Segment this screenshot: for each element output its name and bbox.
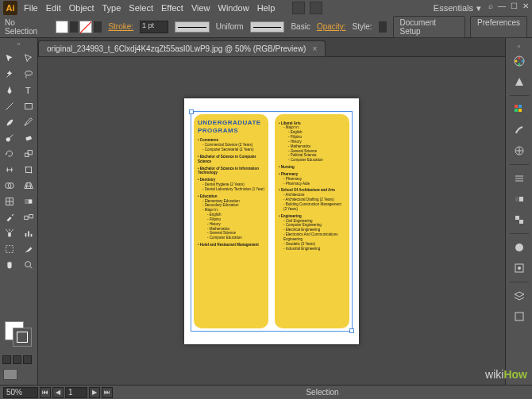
swatches-panel-icon[interactable] [511, 101, 528, 118]
shape-builder-tool[interactable] [0, 178, 19, 194]
transparency-panel-icon[interactable] [511, 211, 528, 228]
stroke-profile[interactable] [175, 21, 210, 33]
artboard-tool[interactable] [0, 241, 19, 257]
svg-rect-31 [519, 105, 522, 108]
minimize-icon[interactable]: — [498, 2, 506, 10]
stroke-swatch[interactable] [79, 21, 92, 33]
document-setup-button[interactable]: Document Setup [393, 16, 466, 38]
blend-tool[interactable] [19, 209, 38, 225]
layout-icon[interactable] [310, 2, 322, 14]
gradient-panel-icon[interactable] [511, 190, 528, 208]
color-panel-icon[interactable] [511, 52, 528, 70]
hand-tool[interactable] [0, 257, 19, 273]
next-page-button[interactable]: ▶ [89, 387, 100, 398]
collapse-icon[interactable]: » [17, 40, 20, 47]
symbol-sprayer-tool[interactable] [0, 225, 19, 241]
line-segment-tool[interactable] [0, 98, 19, 114]
rectangle-tool[interactable] [19, 98, 38, 114]
symbols-panel-icon[interactable] [511, 142, 528, 159]
none-mode[interactable] [23, 355, 32, 364]
gradient-mode[interactable] [13, 355, 21, 364]
selection-tool[interactable] [0, 51, 19, 67]
free-transform-tool[interactable] [19, 162, 38, 178]
artboards-panel-icon[interactable] [511, 308, 528, 325]
slice-tool[interactable] [19, 241, 38, 257]
chevron-down-icon[interactable] [379, 21, 387, 33]
magic-wand-tool[interactable] [0, 67, 19, 82]
stroke-panel-icon[interactable] [511, 170, 528, 187]
layers-panel-icon[interactable] [511, 287, 528, 305]
scale-tool[interactable] [19, 146, 38, 162]
menu-type[interactable]: Type [102, 3, 121, 13]
svg-rect-17 [29, 215, 33, 218]
zoom-input[interactable]: 50% [3, 387, 38, 398]
preferences-button[interactable]: Preferences [470, 16, 527, 38]
svg-rect-16 [25, 216, 28, 219]
svg-rect-15 [25, 199, 29, 203]
page-input[interactable]: 1 [65, 387, 87, 398]
close-icon[interactable]: ✕ [522, 2, 529, 10]
chevron-down-icon[interactable] [94, 21, 102, 33]
prev-page-button[interactable]: ◀ [52, 387, 64, 398]
search-icon[interactable]: ⌕ [488, 2, 493, 10]
current-tool-label: Selection [306, 388, 338, 397]
brush-definition[interactable] [250, 21, 285, 33]
svg-rect-30 [515, 105, 518, 108]
menu-select[interactable]: Select [129, 3, 153, 13]
eraser-tool[interactable] [19, 130, 38, 146]
svg-point-9 [25, 167, 27, 168]
svg-rect-33 [519, 109, 522, 112]
mesh-tool[interactable] [0, 194, 19, 209]
lasso-tool[interactable] [19, 67, 38, 82]
blob-brush-tool[interactable] [0, 130, 19, 146]
graphic-styles-panel-icon[interactable] [511, 259, 528, 277]
svg-line-2 [6, 103, 13, 110]
menu-edit[interactable]: Edit [46, 3, 61, 13]
workspace-switcher[interactable]: Essentials▾ [434, 3, 481, 13]
paintbrush-tool[interactable] [0, 114, 19, 130]
menu-window[interactable]: Window [218, 3, 249, 13]
uniform-label: Uniform [216, 22, 244, 31]
gradient-tool[interactable] [19, 194, 38, 209]
menu-file[interactable]: File [24, 3, 38, 13]
menu-effect[interactable]: Effect [161, 3, 183, 13]
svg-rect-36 [515, 197, 519, 201]
fill-swatch[interactable] [56, 21, 68, 33]
menu-view[interactable]: View [191, 3, 210, 13]
svg-point-41 [518, 267, 521, 270]
canvas[interactable]: UNDERGRADUATE PROGRAMS• Commerce- Commer… [38, 57, 505, 385]
eyedropper-tool[interactable] [0, 209, 19, 225]
close-tab-icon[interactable]: × [312, 44, 317, 53]
first-page-button[interactable]: ⏮ [40, 387, 51, 398]
screen-mode[interactable] [3, 369, 17, 380]
menu-help[interactable]: Help [257, 3, 276, 13]
style-label[interactable]: Style: [353, 22, 372, 31]
pencil-tool[interactable] [19, 114, 38, 130]
rotate-tool[interactable] [0, 146, 19, 162]
svg-point-10 [31, 172, 33, 174]
maximize-icon[interactable]: ☐ [511, 2, 518, 10]
stroke-color[interactable] [13, 328, 32, 347]
last-page-button[interactable]: ⏭ [102, 387, 113, 398]
expand-icon[interactable]: « [517, 43, 520, 49]
brushes-panel-icon[interactable] [511, 121, 528, 139]
color-guide-panel-icon[interactable] [511, 73, 528, 90]
menu-object[interactable]: Object [69, 3, 94, 13]
opacity-label[interactable]: Opacity: [317, 22, 346, 31]
column-graph-tool[interactable] [19, 225, 38, 241]
perspective-grid-tool[interactable] [19, 178, 38, 194]
layout-icon[interactable] [292, 2, 305, 14]
svg-rect-32 [515, 109, 518, 112]
pen-tool[interactable] [0, 82, 19, 98]
zoom-tool[interactable] [19, 257, 38, 273]
stroke-weight-input[interactable]: 1 pt [140, 21, 168, 33]
type-tool[interactable]: T [19, 82, 38, 98]
document-tab[interactable]: original_234993_t_6Clxdj4K4zqZt55asI0LwP… [38, 40, 326, 56]
color-mode[interactable] [2, 355, 11, 364]
appearance-panel-icon[interactable] [511, 239, 528, 256]
artboard[interactable]: UNDERGRADUATE PROGRAMS• Commerce- Commer… [184, 98, 359, 344]
stroke-label[interactable]: Stroke: [108, 22, 133, 31]
chevron-down-icon[interactable] [70, 21, 78, 33]
width-tool[interactable] [0, 162, 19, 178]
direct-selection-tool[interactable] [19, 51, 38, 67]
